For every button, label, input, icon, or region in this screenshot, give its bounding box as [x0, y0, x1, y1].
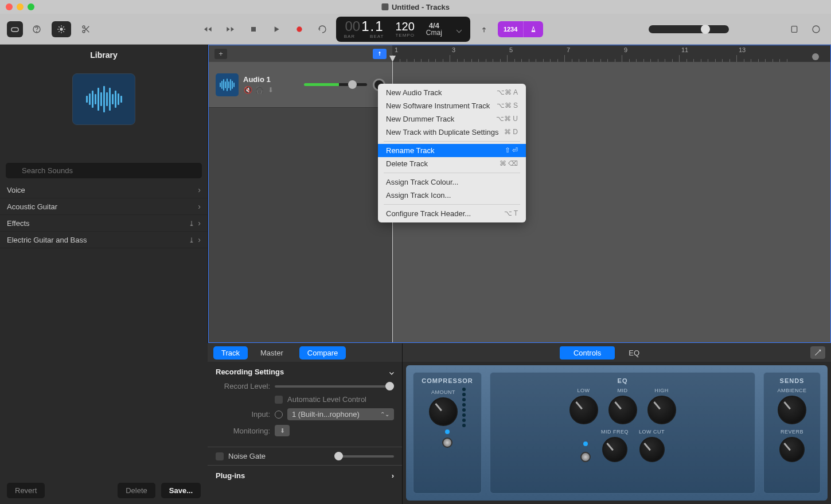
compressor-amount-knob[interactable] [429, 397, 458, 426]
track-context-menu: New Audio Track⌥⌘ ANew Software Instrume… [378, 84, 526, 222]
timeline-ruler[interactable]: 135791113 [392, 45, 830, 62]
menu-item-configure-track-header-[interactable]: Configure Track Header...⌥ T [378, 207, 526, 220]
mute-icon[interactable]: 🔇 [243, 86, 252, 94]
cycle-button[interactable] [314, 21, 330, 37]
chevron-right-icon[interactable]: › [392, 471, 394, 480]
transport-controls [200, 21, 330, 37]
compare-button[interactable]: Compare [299, 346, 346, 360]
eq-high-knob[interactable] [647, 396, 676, 424]
forward-button[interactable] [223, 21, 239, 37]
volume-thumb[interactable] [701, 25, 710, 34]
metronome-button[interactable] [523, 21, 543, 37]
eq-box: EQ LOW MID HIGH MID FREQ LOW CUT [490, 372, 755, 494]
document-icon [381, 3, 388, 10]
menu-item-rename-track[interactable]: Rename Track⇧ ⏎ [378, 144, 526, 157]
sends-reverb-knob[interactable] [779, 437, 805, 462]
quick-help-button[interactable] [29, 21, 45, 37]
lcd-display[interactable]: 00 1 . 1 BAR BEAT 120 TEMPO 4/4 Cmaj ⌵ [336, 17, 470, 42]
knob-label-high: HIGH [654, 388, 669, 393]
chevron-down-icon[interactable]: ⌵ [389, 368, 394, 376]
count-in-button[interactable]: 1234 [498, 21, 523, 37]
svg-point-5 [83, 30, 85, 33]
maximize-window-button[interactable] [28, 3, 34, 10]
menu-item-new-audio-track[interactable]: New Audio Track⌥⌘ A [378, 86, 526, 99]
input-monitor-icon[interactable]: ⬇ [266, 86, 275, 94]
menu-item-delete-track[interactable]: Delete Track⌘ ⌫ [378, 157, 526, 170]
svg-rect-8 [251, 27, 256, 32]
close-window-button[interactable] [6, 3, 13, 10]
record-button[interactable] [291, 21, 307, 37]
title-bar: Untitled - Tracks [0, 0, 831, 14]
loop-end-marker[interactable] [812, 53, 819, 60]
record-level-label: Record Level: [216, 382, 270, 390]
menu-item-assign-track-icon-[interactable]: Assign Track Icon... [378, 189, 526, 202]
sends-ambience-knob[interactable] [778, 396, 806, 424]
lib-item-electric-guitar[interactable]: Electric Guitar and Bass⤓› [0, 232, 208, 248]
auto-level-checkbox[interactable] [275, 396, 283, 404]
menu-item-new-drummer-track[interactable]: New Drummer Track⌥⌘ U [378, 112, 526, 126]
slider-thumb[interactable] [348, 80, 357, 89]
save-button[interactable]: Save... [161, 483, 201, 498]
settings-button[interactable] [52, 21, 71, 37]
input-format-button[interactable] [275, 411, 283, 419]
tab-controls[interactable]: Controls [560, 346, 615, 360]
headphones-icon[interactable]: 🎧 [255, 86, 264, 94]
track-row-audio-1[interactable]: Audio 1 🔇 🎧 ⬇ [209, 62, 392, 108]
master-volume-slider[interactable] [649, 25, 729, 33]
tuner-button[interactable] [476, 21, 492, 37]
lcd-dot: . [370, 19, 374, 33]
edit-smart-controls-button[interactable] [810, 346, 825, 359]
download-icon: ⤓ [189, 236, 194, 244]
noise-gate-slider[interactable] [334, 455, 394, 458]
rewind-button[interactable] [200, 21, 216, 37]
noise-gate-checkbox[interactable] [216, 452, 224, 460]
revert-button[interactable]: Revert [7, 483, 45, 498]
lcd-tempo[interactable]: 120 [395, 21, 414, 32]
menu-item-new-software-instrument-track[interactable]: New Software Instrument Track⌥⌘ S [378, 99, 526, 112]
smart-controls-inspector: Track Master Compare Recording Settings … [208, 343, 403, 504]
lib-item-voice[interactable]: Voice› [0, 182, 208, 198]
compressor-bypass-button[interactable] [442, 437, 452, 448]
input-select[interactable]: 1 (Built-in...rophone) ⌃⌄ [287, 408, 394, 420]
lcd-beat-label: BEAT [370, 34, 384, 39]
minimize-window-button[interactable] [17, 3, 24, 10]
tab-master[interactable]: Master [252, 346, 291, 360]
library-toggle-button[interactable] [7, 21, 23, 37]
ruler-mark: 11 [681, 46, 688, 53]
input-value: 1 (Built-in...rophone) [292, 410, 360, 419]
scissors-tool-button[interactable] [78, 21, 94, 37]
eq-midfreq-knob[interactable] [602, 437, 627, 462]
stop-button[interactable] [245, 21, 262, 37]
search-sounds-input[interactable] [6, 163, 202, 178]
tab-eq[interactable]: EQ [615, 346, 653, 360]
knob-label-lowcut: LOW CUT [639, 429, 665, 435]
play-button[interactable] [268, 21, 284, 37]
menu-item-assign-track-colour-[interactable]: Assign Track Colour... [378, 175, 526, 189]
delete-button[interactable]: Delete [118, 483, 155, 498]
compressor-led-icon [445, 429, 450, 434]
svg-point-3 [60, 28, 63, 30]
window-title-text: Untitled - Tracks [392, 3, 450, 11]
eq-bypass-button[interactable] [580, 452, 591, 462]
track-volume-slider[interactable] [304, 83, 367, 86]
noise-gate-label: Noise Gate [228, 452, 266, 460]
metronome-group: 1234 [498, 21, 543, 37]
notepad-button[interactable] [786, 21, 802, 37]
tab-track[interactable]: Track [213, 346, 248, 360]
eq-lowcut-knob[interactable] [639, 437, 665, 462]
patch-icon[interactable] [72, 73, 135, 125]
monitoring-button[interactable]: ⬇ [275, 425, 290, 436]
loops-button[interactable] [808, 21, 824, 37]
menu-item-new-track-with-duplicate-settings[interactable]: New Track with Duplicate Settings⌘ D [378, 126, 526, 139]
add-track-button[interactable]: + [214, 49, 227, 59]
lib-item-acoustic-guitar[interactable]: Acoustic Guitar› [0, 198, 208, 215]
chevron-right-icon: › [198, 235, 201, 244]
catch-playhead-button[interactable] [373, 49, 387, 59]
lcd-key[interactable]: Cmaj [426, 29, 442, 36]
lib-item-effects[interactable]: Effects⤓› [0, 215, 208, 232]
eq-low-knob[interactable] [569, 396, 598, 424]
ruler-mark: 13 [739, 46, 746, 53]
record-level-slider[interactable] [275, 385, 394, 388]
eq-mid-knob[interactable] [608, 396, 637, 424]
lcd-menu-chevron-icon[interactable]: ⌵ [456, 23, 462, 36]
